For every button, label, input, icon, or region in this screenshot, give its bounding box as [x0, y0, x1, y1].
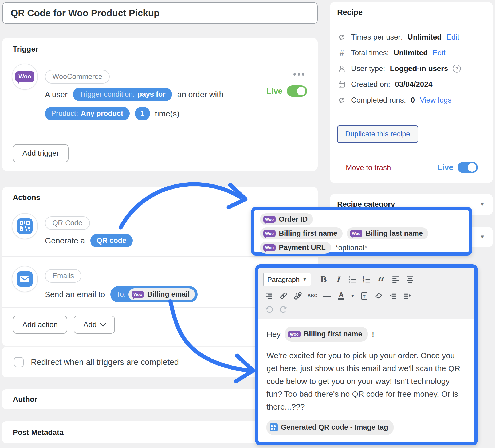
help-icon[interactable]: ?: [453, 65, 461, 73]
clear-formatting-icon[interactable]: [373, 290, 384, 301]
add-trigger-label: Add trigger: [22, 149, 59, 158]
tokens-overlay-box: Woo Order ID Woo Billing first name Woo …: [251, 207, 472, 256]
unlink-icon[interactable]: [292, 290, 304, 301]
trigger-divider: [2, 135, 318, 135]
edit-link[interactable]: Edit: [446, 33, 459, 41]
tokens-row: Woo Payment URL *optional*: [260, 242, 367, 254]
recipe-panel-heading: Recipe: [337, 8, 363, 17]
link-icon[interactable]: [278, 290, 289, 301]
numbered-list-icon[interactable]: 1 2 3: [361, 274, 373, 285]
caret-down-icon[interactable]: ▼: [480, 201, 485, 207]
add-action-button[interactable]: Add action: [13, 316, 67, 334]
add-trigger-button[interactable]: Add trigger: [13, 144, 69, 162]
stat-label: Created on:: [351, 80, 390, 89]
user-icon: [337, 65, 346, 73]
actions-divider-1: [2, 256, 318, 257]
to-label: To:: [116, 290, 126, 298]
italic-icon[interactable]: I: [332, 274, 344, 285]
view-logs-link[interactable]: View logs: [420, 96, 451, 104]
toolbar-row-2: ABC — A ▼ T: [263, 290, 470, 301]
duplicate-recipe-button[interactable]: Duplicate this recipe: [337, 125, 418, 143]
billing-email-token[interactable]: Woo Billing email: [128, 288, 195, 300]
trigger-live-toggle[interactable]: [287, 85, 307, 97]
qr-code-icon: [17, 218, 33, 234]
post-metadata-heading: Post Metadata: [13, 428, 64, 437]
actions-heading: Actions: [13, 193, 40, 202]
payment-url-token[interactable]: Woo Payment URL: [260, 242, 331, 254]
times-pill[interactable]: 1: [135, 107, 150, 120]
outdent-icon[interactable]: [387, 290, 399, 301]
woo-icon: Woo: [263, 216, 276, 223]
woo-icon: Woo: [263, 244, 276, 251]
recipe-panel-divider: [337, 155, 485, 155]
caret-down-icon: ▼: [302, 277, 307, 282]
trigger-sentence-line2: Product: Any product 1 time(s): [45, 107, 179, 120]
paragraph-select[interactable]: Paragraph ▼: [263, 273, 311, 286]
qr-action-sentence: Generate a QR code: [45, 234, 133, 247]
stat-row-completed-runs: Completed runs: 0 View logs: [337, 95, 486, 105]
email-integration-pill: Emails: [45, 269, 81, 283]
trigger-live-label: Live: [266, 87, 282, 96]
qr-pill-label: QR code: [97, 237, 126, 245]
text-color-caret-icon[interactable]: ▼: [350, 290, 356, 301]
token-label: Billing first name: [279, 229, 337, 238]
trigger-condition-pill[interactable]: Trigger condition: pays for: [73, 88, 172, 101]
qr-code-pill[interactable]: QR code: [90, 234, 133, 247]
toolbar-row-3: [263, 304, 470, 315]
strikethrough-icon[interactable]: ABC: [307, 290, 318, 301]
token-label: Billing last name: [366, 229, 423, 238]
align-center-icon[interactable]: [404, 274, 416, 285]
product-pill[interactable]: Product: Any product: [45, 107, 130, 120]
recipe-live-toggle[interactable]: [458, 162, 478, 173]
redo-icon[interactable]: [278, 304, 289, 315]
email-body-editor[interactable]: Hey Woo Billing first name ! We're excit…: [258, 319, 474, 443]
align-right-icon[interactable]: [263, 290, 275, 301]
email-to-pill[interactable]: To: Woo Billing email: [110, 286, 198, 302]
greeting-suffix: !: [372, 328, 374, 341]
order-id-token[interactable]: Woo Order ID: [260, 213, 313, 225]
align-left-icon[interactable]: [390, 274, 402, 285]
blockquote-icon[interactable]: “: [375, 272, 387, 287]
trigger-menu-icon[interactable]: [293, 73, 304, 76]
caret-down-icon[interactable]: ▼: [480, 234, 485, 240]
token-label: Order ID: [279, 215, 308, 223]
stat-row-total-times: # Total times: Unlimited Edit: [337, 48, 486, 58]
billing-first-name-token[interactable]: Woo Billing first name: [285, 327, 367, 342]
tokens-row: Woo Billing first name Woo Billing last …: [260, 227, 428, 239]
billing-email-label: Billing email: [147, 290, 190, 298]
paste-as-text-icon[interactable]: T: [358, 290, 370, 301]
horizontal-rule-icon[interactable]: —: [321, 290, 333, 301]
qr-code-avatar: [12, 213, 38, 239]
qr-sentence-prefix: Generate a: [45, 236, 85, 245]
envelope-icon: [17, 271, 33, 287]
trigger-heading: Trigger: [13, 45, 38, 53]
billing-last-name-token[interactable]: Woo Billing last name: [347, 227, 428, 239]
condition-value: pays for: [138, 90, 166, 99]
billing-first-name-token[interactable]: Woo Billing first name: [260, 227, 343, 239]
recipe-live-label: Live: [437, 163, 453, 172]
integration-label: WooCommerce: [52, 73, 102, 81]
move-to-trash-link[interactable]: Move to trash: [346, 163, 391, 172]
redirect-checkbox[interactable]: [14, 357, 24, 367]
redirect-row: Redirect when all triggers are completed: [14, 347, 179, 377]
paragraph-select-value: Paragraph: [267, 276, 300, 284]
add-dropdown-button[interactable]: Add: [74, 316, 115, 334]
undo-icon[interactable]: [263, 304, 275, 315]
generated-qr-image-token[interactable]: Generated QR code - Image tag: [266, 420, 394, 435]
text-color-letter: A: [338, 291, 344, 300]
indent-icon[interactable]: [402, 290, 413, 301]
qr-image-icon: [270, 423, 278, 431]
product-label: Product:: [51, 109, 78, 118]
text-color-icon[interactable]: A: [335, 290, 347, 301]
condition-label: Trigger condition:: [79, 90, 135, 99]
bold-icon[interactable]: B: [318, 274, 329, 285]
edit-link[interactable]: Edit: [433, 49, 445, 57]
woo-icon: Woo: [132, 291, 144, 298]
greeting-line: Hey Woo Billing first name !: [266, 327, 466, 342]
add-action-label: Add action: [22, 320, 58, 329]
author-heading: Author: [13, 395, 37, 404]
token-label: Generated QR code - Image tag: [281, 422, 388, 433]
recipe-title-input[interactable]: [2, 2, 318, 24]
bullet-list-icon[interactable]: [347, 274, 358, 285]
email-integration-label: Emails: [52, 272, 74, 280]
